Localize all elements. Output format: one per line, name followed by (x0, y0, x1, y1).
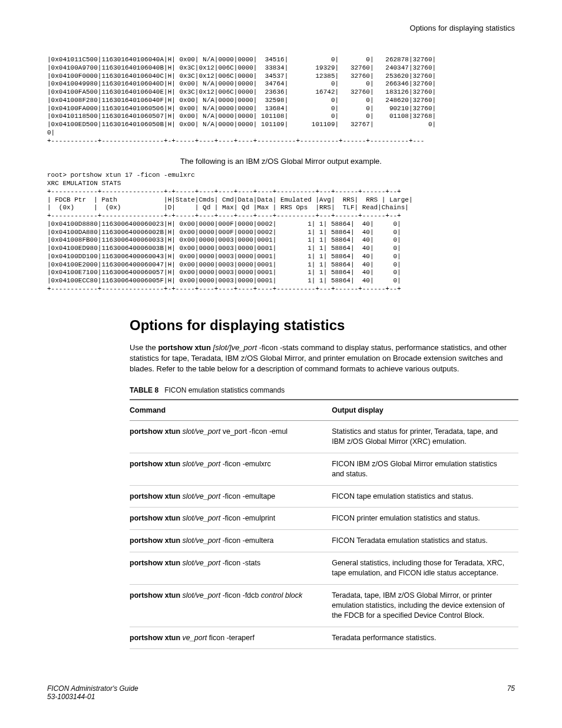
table-row: portshow xtun slot/ve_port ve_port -fico… (130, 421, 518, 453)
output-cell: Teradata, tape, IBM z/OS Global Mirror, … (332, 584, 518, 627)
output-cell: FICON tape emulation statistics and stat… (332, 485, 518, 508)
command-cell: portshow xtun slot/ve_port -ficon -emulx… (130, 453, 332, 485)
output-cell: Teradata performance statistics. (332, 627, 518, 649)
table-row: portshow xtun slot/ve_port -ficon -emult… (130, 485, 518, 508)
command-cell: portshow xtun slot/ve_port -ficon -stats (130, 552, 332, 585)
command-cell: portshow xtun slot/ve_port -ficon -emulp… (130, 508, 332, 530)
table-row: portshow xtun slot/ve_port -ficon -fdcb … (130, 584, 518, 627)
footer-title: FICON Administrator's Guide (47, 684, 138, 693)
command-cell: portshow xtun ve_port ficon -teraperf (130, 627, 332, 649)
command-cell: portshow xtun slot/ve_port ve_port -fico… (130, 421, 332, 453)
commands-table: Command Output display portshow xtun slo… (130, 399, 518, 649)
table-row: portshow xtun slot/ve_port -ficon -stats… (130, 552, 518, 585)
page-footer: FICON Administrator's Guide 53-1003144-0… (47, 684, 515, 701)
command-cell: portshow xtun slot/ve_port -ficon -fdcb … (130, 584, 332, 627)
command-cell: portshow xtun slot/ve_port -ficon -emult… (130, 530, 332, 552)
section-heading: Options for displaying statistics (130, 317, 515, 334)
table-row: portshow xtun slot/ve_port -ficon -emulx… (130, 453, 518, 485)
command-cell: portshow xtun slot/ve_port -ficon -emult… (130, 485, 332, 508)
code-output-2: root> portshow xtun 17 -ficon -emulxrc X… (47, 172, 515, 293)
table-row: portshow xtun ve_port ficon -teraperfTer… (130, 627, 518, 649)
table-caption: TABLE 8 FICON emulation statistics comma… (130, 386, 515, 394)
output-cell: FICON Teradata emulation statistics and … (332, 530, 518, 552)
table-row: portshow xtun slot/ve_port -ficon -emult… (130, 530, 518, 552)
caption-1: The following is an IBM z/OS Global Mirr… (47, 157, 515, 166)
table-header-output: Output display (332, 400, 518, 421)
page-header-title: Options for displaying statistics (47, 24, 515, 32)
code-output-1: |0x041011C500|116301640106040A|H| 0x00| … (47, 56, 515, 145)
output-cell: FICON IBM z/OS Global Mirror emulation s… (332, 453, 518, 485)
body-paragraph: Use the portshow xtun [slot/]ve_port -fi… (130, 342, 515, 375)
output-cell: FICON printer emulation statistics and s… (332, 508, 518, 530)
footer-page-number: 75 (507, 684, 515, 701)
output-cell: General statistics, including those for … (332, 552, 518, 585)
table-row: portshow xtun slot/ve_port -ficon -emulp… (130, 508, 518, 530)
table-header-command: Command (130, 400, 332, 421)
output-cell: Statistics and status for printer, Terad… (332, 421, 518, 453)
footer-docnum: 53-1003144-01 (47, 693, 138, 701)
